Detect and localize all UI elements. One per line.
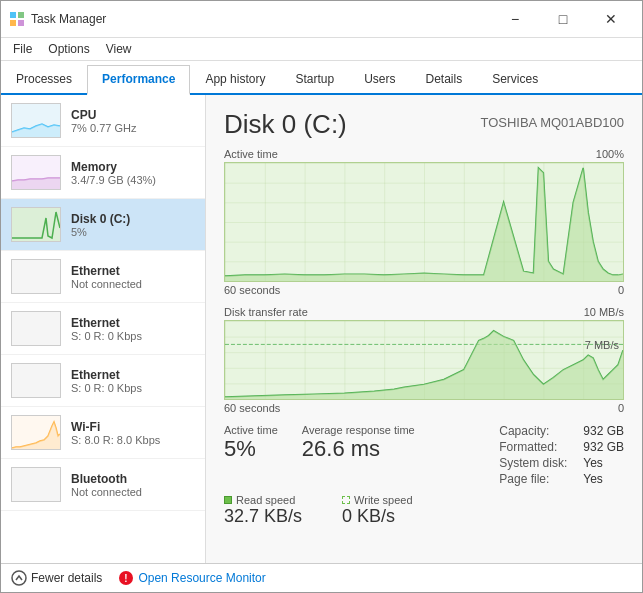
write-dot (342, 496, 350, 504)
chart2-mid-label: 7 MB/s (585, 339, 619, 351)
chart1-label: Active time (224, 148, 278, 160)
fewer-details-button[interactable]: Fewer details (11, 570, 102, 586)
avg-response-stat: Average response time 26.6 ms (302, 424, 415, 486)
ethernet2-thumbnail (11, 311, 61, 346)
open-monitor-button[interactable]: ! Open Resource Monitor (118, 570, 265, 586)
ethernet2-name: Ethernet (71, 316, 195, 330)
page-file-label: Page file: (499, 472, 567, 486)
avg-response-value: 26.6 ms (302, 436, 415, 462)
title-bar-left: Task Manager (9, 11, 106, 27)
stats-left: Active time 5% Average response time 26.… (224, 424, 415, 486)
cpu-detail: 7% 0.77 GHz (71, 122, 195, 134)
sidebar-item-ethernet-3[interactable]: Ethernet S: 0 R: 0 Kbps (1, 355, 205, 407)
tab-details[interactable]: Details (410, 65, 477, 93)
ethernet1-name: Ethernet (71, 264, 195, 278)
bluetooth-info: Bluetooth Not connected (71, 472, 195, 498)
svg-rect-15 (12, 468, 60, 501)
chart2-label-row: Disk transfer rate 10 MB/s (224, 306, 624, 318)
menu-bar: File Options View (1, 38, 642, 61)
tab-services[interactable]: Services (477, 65, 553, 93)
chart2-time: 60 seconds (224, 402, 280, 414)
menu-view[interactable]: View (98, 40, 140, 58)
sidebar-item-disk[interactable]: Disk 0 (C:) 5% (1, 199, 205, 251)
svg-rect-2 (10, 20, 16, 26)
page-file-value: Yes (583, 472, 624, 486)
fewer-details-label: Fewer details (31, 571, 102, 585)
active-time-label: Active time (224, 424, 278, 436)
task-manager-window: Task Manager − □ ✕ File Options View Pro… (0, 0, 643, 593)
write-speed-label: Write speed (342, 494, 413, 506)
disk-title: Disk 0 (C:) (224, 109, 347, 140)
main-panel: Disk 0 (C:) TOSHIBA MQ01ABD100 Active ti… (206, 95, 642, 563)
monitor-icon: ! (118, 570, 134, 586)
wifi-thumbnail (11, 415, 61, 450)
chart2-max: 10 MB/s (584, 306, 624, 318)
window-controls: − □ ✕ (492, 7, 634, 31)
sidebar-item-cpu[interactable]: CPU 7% 0.77 GHz (1, 95, 205, 147)
bluetooth-thumbnail (11, 467, 61, 502)
sidebar-item-wifi[interactable]: Wi-Fi S: 8.0 R: 8.0 Kbps (1, 407, 205, 459)
chart1-max: 100% (596, 148, 624, 160)
capacity-value: 932 GB (583, 424, 624, 438)
close-button[interactable]: ✕ (588, 7, 634, 31)
bluetooth-name: Bluetooth (71, 472, 195, 486)
ethernet1-thumbnail (11, 259, 61, 294)
memory-name: Memory (71, 160, 195, 174)
sidebar: CPU 7% 0.77 GHz Memory 3.4/7.9 GB (43%) (1, 95, 206, 563)
content-area: CPU 7% 0.77 GHz Memory 3.4/7.9 GB (43%) (1, 95, 642, 563)
formatted-value: 932 GB (583, 440, 624, 454)
tab-bar: Processes Performance App history Startu… (1, 61, 642, 95)
menu-options[interactable]: Options (40, 40, 97, 58)
system-disk-label: System disk: (499, 456, 567, 470)
sidebar-item-memory[interactable]: Memory 3.4/7.9 GB (43%) (1, 147, 205, 199)
svg-rect-0 (10, 12, 16, 18)
speed-row: Read speed 32.7 KB/s Write speed 0 KB/s (224, 494, 624, 527)
stats-area: Active time 5% Average response time 26.… (224, 424, 624, 486)
minimize-button[interactable]: − (492, 7, 538, 31)
disk-thumbnail (11, 207, 61, 242)
ethernet1-info: Ethernet Not connected (71, 264, 195, 290)
tab-startup[interactable]: Startup (280, 65, 349, 93)
active-time-chart (224, 162, 624, 282)
tab-processes[interactable]: Processes (1, 65, 87, 93)
ethernet1-detail: Not connected (71, 278, 195, 290)
cpu-thumbnail (11, 103, 61, 138)
read-speed-item: Read speed 32.7 KB/s (224, 494, 302, 527)
active-time-stat: Active time 5% (224, 424, 278, 486)
disk-detail: 5% (71, 226, 195, 238)
formatted-label: Formatted: (499, 440, 567, 454)
sidebar-item-ethernet-2[interactable]: Ethernet S: 0 R: 0 Kbps (1, 303, 205, 355)
wifi-name: Wi-Fi (71, 420, 195, 434)
window-title: Task Manager (31, 12, 106, 26)
transfer-rate-chart: 7 MB/s (224, 320, 624, 400)
svg-rect-3 (18, 20, 24, 26)
sidebar-item-ethernet-1[interactable]: Ethernet Not connected (1, 251, 205, 303)
chart2-label: Disk transfer rate (224, 306, 308, 318)
open-monitor-label: Open Resource Monitor (138, 571, 265, 585)
title-bar: Task Manager − □ ✕ (1, 1, 642, 38)
disk-info-grid: Capacity: 932 GB Formatted: 932 GB Syste… (499, 424, 624, 486)
wifi-detail: S: 8.0 R: 8.0 Kbps (71, 434, 195, 446)
svg-text:!: ! (125, 573, 128, 584)
app-icon (9, 11, 25, 27)
memory-detail: 3.4/7.9 GB (43%) (71, 174, 195, 186)
chart2-bottom: 60 seconds 0 (224, 402, 624, 414)
sidebar-item-bluetooth[interactable]: Bluetooth Not connected (1, 459, 205, 511)
chart2-right: 0 (618, 402, 624, 414)
tab-users[interactable]: Users (349, 65, 410, 93)
read-speed-value: 32.7 KB/s (224, 506, 302, 527)
tab-app-history[interactable]: App history (190, 65, 280, 93)
svg-rect-17 (225, 163, 623, 281)
read-speed-label: Read speed (224, 494, 302, 506)
avg-response-label: Average response time (302, 424, 415, 436)
bottom-bar: Fewer details ! Open Resource Monitor (1, 563, 642, 592)
disk-info: Disk 0 (C:) 5% (71, 212, 195, 238)
cpu-name: CPU (71, 108, 195, 122)
maximize-button[interactable]: □ (540, 7, 586, 31)
tab-performance[interactable]: Performance (87, 65, 190, 95)
chart1-label-row: Active time 100% (224, 148, 624, 160)
menu-file[interactable]: File (5, 40, 40, 58)
chevron-up-icon (11, 570, 27, 586)
chart1-bottom: 60 seconds 0 (224, 284, 624, 296)
chart1-time: 60 seconds (224, 284, 280, 296)
